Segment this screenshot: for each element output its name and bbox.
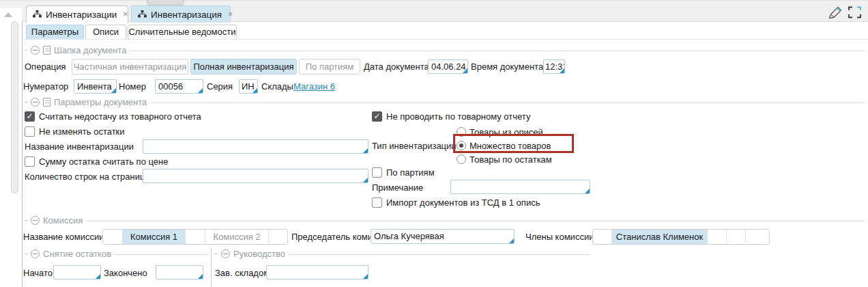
tab-close-icon[interactable]: × [123,10,128,19]
checkbox-sum-by-price[interactable] [25,156,35,167]
checkbox-import-tsd[interactable] [372,197,382,208]
radio-goods-from-lists[interactable] [457,127,466,137]
collapse-icon[interactable] [221,249,230,258]
section-title: Снятие остатков [43,249,111,259]
subtab-divider [22,39,868,40]
radio-multiple-goods-label: Множество товаров [469,139,551,154]
commission-name-label: Название комиссии [23,230,104,245]
section-title: Параметры документа [54,97,147,107]
members-selector: Станислав Клименок [592,229,770,245]
inventory-name-field[interactable] [143,139,368,154]
tab-strip: Инвентаризации × Инвентаризация × [0,0,868,22]
series-label: Серия [207,79,233,94]
tab-inventory-document[interactable]: Инвентаризация × [131,5,231,23]
section-header-doc-header: Шапка документа [25,45,865,55]
finished-label: Закончено [104,266,147,281]
finished-field[interactable] [156,265,203,279]
member-empty-slot[interactable] [727,230,746,244]
section-title: Комиссия [43,215,83,226]
scrollbar-thumb[interactable] [11,21,18,193]
started-label: Начато [23,266,53,281]
content-left-border [22,22,23,287]
section-header-balance-taking: Снятие остатков [25,249,209,258]
members-label: Члены комиссии [525,230,594,245]
collapse-icon[interactable] [31,249,40,258]
operation-by-batches-button[interactable]: По партиям [299,59,360,74]
inventory-name-label: Название инвентаризации [25,139,134,154]
warehouse-manager-label: Зав. складом [215,266,270,281]
collapse-icon[interactable] [31,46,40,55]
numerator-field[interactable]: Инвента [74,79,117,94]
checkbox-no-goods-report[interactable] [372,111,382,122]
warehouses-label: Склады [261,79,293,94]
section-vertical-divider [211,247,212,287]
checkbox-no-change-balances-label: Не изменять остатки [39,124,125,139]
number-field[interactable]: 00056 [155,79,203,94]
fullscreen-icon[interactable] [848,6,861,20]
section-header-doc-params: Параметры документа [25,97,865,107]
doc-date-field[interactable]: 04.06.24 [428,59,468,74]
tab-close-icon[interactable]: × [228,10,233,19]
commission-selector: Комиссия 1 Комиссия 2 [102,229,288,245]
tab-label: Инвентаризация [151,10,222,20]
checkbox-no-change-balances[interactable] [25,126,35,137]
operation-partial-button[interactable]: Частичная инвентаризация [72,59,188,74]
started-field[interactable] [53,265,101,279]
sitemap-icon [33,10,42,20]
warehouse-manager-field[interactable] [266,265,368,279]
subtab-parameters[interactable]: Параметры [26,25,84,40]
member-empty-slot[interactable] [746,230,769,244]
commission-empty-slot[interactable] [103,230,123,244]
subtab-comparison-sheets[interactable]: Сличительные ведомости [128,25,237,40]
warehouse-link[interactable]: Магазин 6 [293,79,335,94]
rows-per-page-label: Количество строк на страницу [25,169,149,184]
tab-label: Инвентаризации [46,10,117,20]
note-field[interactable] [450,180,590,194]
commission-1-button[interactable]: Комиссия 1 [123,230,186,244]
series-field[interactable]: ИН [239,79,258,94]
operation-label: Операция [25,59,66,74]
collapse-icon[interactable] [31,98,40,107]
commission-2-button[interactable]: Комиссия 2 [205,230,269,244]
edit-pencil-icon[interactable] [827,5,844,23]
member-empty-slot[interactable] [593,230,612,244]
section-title: Руководство [233,249,285,259]
doc-date-label: Дата документа [364,59,429,74]
commission-empty-slot[interactable] [269,230,287,244]
checkbox-by-batches-label: По партиям [386,165,435,180]
document-icon [43,98,50,107]
commission-empty-slot[interactable] [186,230,205,244]
operation-full-button[interactable]: Полная инвентаризация [190,59,297,74]
left-scrollbar[interactable] [0,8,22,287]
radio-goods-from-lists-label: Товары из описей [469,125,543,140]
document-icon [43,46,50,55]
checkbox-by-batches[interactable] [372,167,382,178]
numerator-label: Нумератор [23,79,68,94]
scroll-up-icon[interactable] [4,12,12,17]
number-label: Номер [119,79,146,94]
radio-goods-by-balances[interactable] [457,154,466,164]
member-selected-button[interactable]: Станислав Клименок [612,230,708,244]
radio-multiple-goods[interactable] [457,141,466,150]
section-header-commission: Комиссия [25,215,865,225]
collapse-icon[interactable] [31,216,40,225]
rows-per-page-field[interactable] [143,169,368,183]
subtab-inventory-lists[interactable]: Описи [85,25,126,40]
checkbox-no-goods-report-label: Не проводить по товарному отчету [386,109,530,124]
checkbox-count-shortage-label: Считать недостачу из товарного отчета [39,109,201,124]
checkbox-import-tsd-label: Импорт документов из ТСД в 1 опись [386,195,540,210]
doc-time-field[interactable]: 12:31 [543,59,565,74]
note-label: Примечание [372,180,423,195]
section-header-management: Руководство [215,249,591,258]
doc-time-label: Время документа [471,59,543,74]
member-empty-slot[interactable] [708,230,727,244]
chairman-field[interactable]: Ольга Кучерявая [371,229,515,244]
section-title: Шапка документа [54,45,126,55]
radio-goods-by-balances-label: Товары по остаткам [469,152,552,167]
tab-inventories-list[interactable]: Инвентаризации × [26,5,128,23]
inventory-type-label: Тип инвентаризации [372,139,457,154]
checkbox-sum-by-price-label: Сумму остатка считать по цене [39,154,168,169]
sitemap-icon [138,10,147,20]
toolbar-fragment [147,0,184,5]
checkbox-count-shortage[interactable] [25,111,35,122]
